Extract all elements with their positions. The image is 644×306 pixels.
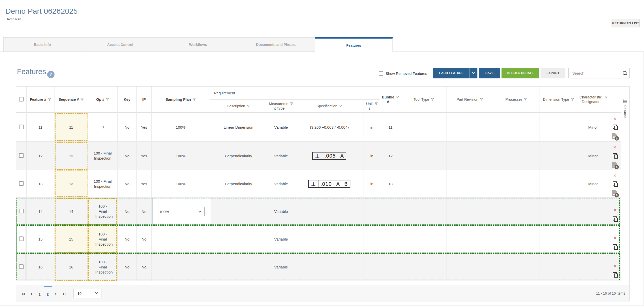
column-header-characteristic-designator[interactable]: Characteristic Designator (577, 87, 609, 113)
cell-dimension-type (540, 253, 577, 281)
column-header-bubble-[interactable]: Bubble # (380, 87, 401, 113)
gdt-feature-control-frame: ⊥.005A (312, 152, 346, 160)
column-header-processes[interactable]: Processes (493, 87, 540, 113)
filter-icon[interactable] (290, 102, 293, 105)
document-count-icon[interactable]: 0 (612, 190, 618, 197)
column-header-key[interactable]: Key (117, 87, 136, 113)
column-header-ip[interactable]: IP (136, 87, 151, 113)
filter-icon[interactable] (80, 98, 84, 101)
help-icon[interactable]: ? (47, 71, 55, 78)
cell-sampling-plan (151, 225, 210, 253)
pager-next-button[interactable] (52, 286, 60, 301)
cell-actions: ✕0 (609, 113, 621, 141)
delete-row-icon[interactable]: ✕ (613, 146, 617, 149)
save-button[interactable]: SAVE (479, 68, 500, 78)
column-header-sampling-plan[interactable]: Sampling Plan (151, 87, 210, 113)
row-checkbox[interactable] (19, 236, 24, 241)
copy-row-icon[interactable] (613, 181, 617, 186)
pager-last-button[interactable] (60, 286, 68, 301)
cell-key: No (117, 170, 136, 197)
filter-icon[interactable] (48, 98, 51, 101)
delete-row-icon[interactable]: ✕ (613, 264, 617, 268)
cell-bubble: 13 (380, 170, 401, 197)
copy-row-icon[interactable] (613, 125, 617, 129)
pager-prev-button[interactable] (27, 286, 35, 301)
filter-icon[interactable] (571, 98, 574, 101)
cell-op: 100 - Final Inspection (88, 225, 117, 253)
pager-page-1[interactable]: 1 (35, 286, 44, 301)
cell-key: No (117, 113, 136, 141)
column-header-units[interactable]: Units (364, 100, 380, 113)
cell-tool-type (401, 113, 446, 141)
filter-icon[interactable] (106, 98, 109, 101)
row-checkbox[interactable] (19, 209, 24, 213)
row-checkbox[interactable] (19, 264, 24, 269)
cell-dimension-type (540, 141, 577, 170)
column-header-measurement-type[interactable]: Measurement Type (267, 100, 295, 113)
cell-specification: (3.206 +0.003 / -0.004) (295, 113, 364, 141)
delete-row-icon[interactable]: ✕ (613, 236, 617, 240)
column-header-sequence-[interactable]: Sequence # (54, 87, 88, 113)
select-all-header[interactable] (16, 87, 26, 113)
add-feature-button[interactable]: + ADD FEATURE (433, 68, 477, 78)
column-header-description[interactable]: Description (210, 100, 267, 113)
row-checkbox[interactable] (19, 181, 24, 186)
document-count-icon[interactable]: 0 (612, 162, 618, 168)
cell-bubble (380, 225, 401, 253)
columns-icon (623, 99, 627, 103)
select-all-checkbox[interactable] (19, 97, 24, 101)
add-feature-dropdown[interactable] (470, 73, 477, 74)
filter-icon[interactable] (374, 102, 378, 105)
search-input[interactable]: Search (568, 68, 620, 78)
column-header-dimension-type[interactable]: Dimension Type (540, 87, 577, 113)
row-select-cell (16, 113, 26, 141)
column-header-part-revision[interactable]: Part Revision (446, 87, 493, 113)
filter-icon[interactable] (396, 95, 399, 99)
tab-features[interactable]: Features (315, 37, 393, 52)
column-header-op-[interactable]: Op # (88, 87, 117, 113)
cell-units (364, 225, 380, 253)
tab-workflows[interactable]: Workflows (159, 37, 237, 52)
cell-processes (493, 170, 540, 197)
pager-page-2[interactable]: 2 (44, 286, 52, 301)
page-size-select[interactable]: 10 (74, 289, 101, 298)
copy-row-icon[interactable] (613, 272, 617, 277)
show-removed-checkbox[interactable] (379, 71, 383, 76)
cell-ip: Yes (136, 113, 151, 141)
filter-icon[interactable] (192, 98, 196, 101)
cell-characteristic-designator: Minor (577, 170, 609, 197)
tab-access-control[interactable]: Access Control (81, 37, 159, 52)
cell-op: 100 - Final Inspection (88, 253, 117, 281)
copy-row-icon[interactable] (613, 153, 617, 158)
column-header-specification[interactable]: Specification (295, 100, 364, 113)
bulk-update-button[interactable]: ⚙BULK UPDATE (502, 68, 539, 78)
pager-first-button[interactable] (19, 286, 27, 301)
column-header-feature-[interactable]: Feature # (26, 87, 54, 113)
copy-row-icon[interactable] (613, 244, 617, 249)
filter-icon[interactable] (524, 98, 527, 101)
tab-basic-info[interactable]: Basic Info (3, 37, 81, 52)
column-header-tool-type[interactable]: Tool Type (401, 87, 446, 113)
export-button[interactable]: EXPORT (541, 68, 565, 78)
sampling-plan-select[interactable]: 100% (156, 207, 205, 216)
cell-description: Perpendicularity (210, 170, 267, 197)
columns-strip[interactable]: Columns (621, 87, 629, 285)
table-row-feature-14: 1414100 - Final InspectionNoNoVariable✕ (16, 197, 621, 225)
tab-documents-and-photos[interactable]: Documents and Photos (237, 37, 315, 52)
delete-row-icon[interactable]: ✕ (613, 174, 617, 178)
row-checkbox[interactable] (19, 125, 24, 129)
filter-icon[interactable] (604, 95, 608, 99)
filter-icon[interactable] (431, 98, 434, 101)
cell-description (210, 253, 267, 281)
cell-feature: 14 (26, 197, 54, 225)
filter-icon[interactable] (480, 98, 483, 101)
search-button[interactable] (620, 68, 630, 78)
filter-icon[interactable] (247, 104, 250, 108)
copy-row-icon[interactable] (613, 216, 617, 221)
document-count-icon[interactable]: 0 (612, 133, 618, 140)
delete-row-icon[interactable]: ✕ (613, 208, 617, 212)
delete-row-icon[interactable]: ✕ (613, 117, 617, 121)
return-to-list-button[interactable]: RETURN TO LIST (612, 19, 640, 27)
filter-icon[interactable] (339, 104, 342, 108)
row-checkbox[interactable] (19, 153, 24, 158)
